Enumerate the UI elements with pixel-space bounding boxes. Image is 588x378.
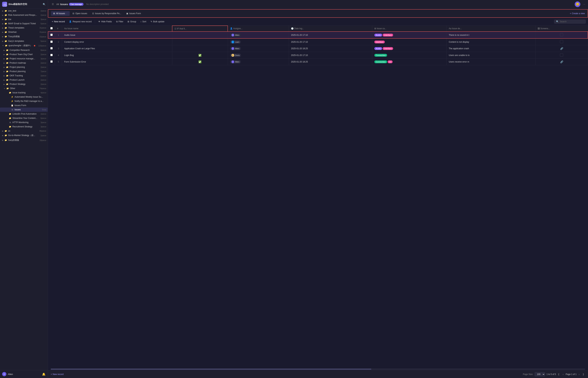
expand-arrow-haoyide[interactable]: ▶ xyxy=(2,139,3,141)
expand-arrow-product-strategy[interactable]: ▶ xyxy=(3,83,5,85)
th-category[interactable]: ⊞ Issue ca... xyxy=(372,26,447,31)
th-checkbox[interactable] xyxy=(48,26,55,31)
sidebar-item-notify-rd[interactable]: ⚡ Notify the R&D manager to a... xyxy=(0,99,48,103)
sidebar-item-tracy[interactable]: ▶ 📁 Tracy的模板 15piece xyxy=(0,34,48,39)
row-checkbox-cell[interactable] xyxy=(48,45,55,52)
expand-arrow-lzw[interactable]: ▶ xyxy=(2,18,3,20)
expand-arrow-okr[interactable]: ▶ xyxy=(3,75,5,77)
sidebar-item-haoyide[interactable]: ▶ 📁 haoy的模板 18piece xyxy=(0,138,48,143)
row-checkbox[interactable] xyxy=(50,47,53,49)
row-category[interactable]: Interface xyxy=(372,39,447,45)
row-if-field[interactable] xyxy=(172,31,228,39)
prev-page-button[interactable]: ‹ xyxy=(561,373,565,376)
next-page-button[interactable]: › xyxy=(577,373,581,376)
request-new-record-button[interactable]: 👤 Request new record xyxy=(67,19,93,24)
notification-bell[interactable]: 🔔 xyxy=(42,373,45,376)
row-if-field[interactable]: ✅ xyxy=(172,59,228,65)
row-screen[interactable] xyxy=(535,52,588,59)
row-checkbox-cell[interactable] xyxy=(48,39,55,45)
row-screen[interactable] xyxy=(535,31,588,39)
th-if-field[interactable]: ☑ IF that fi... xyxy=(172,26,228,31)
expand-arrow-thea[interactable]: ▶ xyxy=(2,27,3,29)
select-all-checkbox[interactable] xyxy=(50,27,53,29)
sidebar-item-zoe_test[interactable]: ▶ 📁 zoe_test 2piece xyxy=(0,9,48,13)
sort-button[interactable]: ↕ Sort xyxy=(139,19,148,24)
search-box[interactable]: 🔍 Search xyxy=(554,19,586,24)
row-issue-name[interactable]: Content display error xyxy=(62,39,172,45)
th-date[interactable]: 🕐 Date log... xyxy=(289,26,372,31)
sidebar-item-thea[interactable]: ▶ 📁 Thea's templates 31piece xyxy=(0,26,48,30)
tab-dots[interactable]: ··· xyxy=(66,13,68,14)
expand-arrow-competitor[interactable]: ▶ xyxy=(3,49,5,51)
expand-arrow-product-team[interactable]: ▶ xyxy=(3,54,5,55)
table-row[interactable]: 1 Audio Issue A Allen 2025-01-20 17:10 A… xyxy=(48,31,588,39)
hide-fields-button[interactable]: 👁 Hide Fields xyxy=(97,19,114,24)
sidebar-item-issue-tracking[interactable]: 📁 Issue tracking 4piece xyxy=(0,91,48,95)
horizontal-scrollbar[interactable] xyxy=(48,368,588,370)
expand-arrow-tracy[interactable]: ▶ xyxy=(2,36,3,38)
sidebar-item-project-plan[interactable]: ▶ 📁 Project planning 2piece xyxy=(0,65,48,69)
expand-arrow-product-plan[interactable]: ▶ xyxy=(3,70,5,72)
row-if-field[interactable]: ✅ xyxy=(172,52,228,59)
sidebar-item-other[interactable]: ▼ 📁 Other 74piece xyxy=(0,86,48,91)
last-page-button[interactable]: ⟫ xyxy=(582,373,585,376)
sidebar-item-http-monitoring[interactable]: ⊞ HTTP Monitoring 3piece xyxy=(0,120,48,124)
tab-issues-form[interactable]: ▣ Issues Form xyxy=(124,11,143,16)
sidebar-item-zx[interactable]: ▶ 📁 zx 86piece xyxy=(0,129,48,133)
sidebar-item-competitor[interactable]: ▶ 📁 Competitor Research 8piece xyxy=(0,48,48,52)
row-checkbox-cell[interactable] xyxy=(48,59,55,65)
row-issue-name[interactable]: Audio Issue xyxy=(62,31,172,39)
expand-arrow-project-plan[interactable]: ▶ xyxy=(3,66,5,68)
row-checkbox[interactable] xyxy=(50,34,53,36)
th-description[interactable]: Aa Issue de... xyxy=(446,26,535,31)
sidebar-item-issues[interactable]: ⊞ Issues 5row xyxy=(0,108,48,112)
expand-arrow-go-to-market[interactable]: ▶ xyxy=(2,135,3,136)
th-assignee[interactable]: 👤 Assigne... xyxy=(228,26,289,31)
sidebar-item-product-launch[interactable]: ▶ 📁 Product Launch 2piece xyxy=(0,78,48,82)
row-checkbox-cell[interactable] xyxy=(48,31,55,39)
expand-arrow-sheehan[interactable]: ▶ xyxy=(2,31,3,33)
table-row[interactable]: 2 Content display error L Liam 2025-01-2… xyxy=(48,39,588,45)
row-category[interactable]: ConnectionInt xyxy=(372,59,447,65)
expand-arrow-product-launch[interactable]: ▶ xyxy=(3,79,5,81)
filter-button[interactable]: ⧉ Filter xyxy=(114,19,125,24)
th-screens[interactable]: 🖼 Screens... xyxy=(535,26,588,31)
new-record-button[interactable]: + New record xyxy=(50,19,67,24)
sidebar-search-icon[interactable]: 🔍 xyxy=(43,3,45,6)
expand-arrow-imap[interactable]: ▶ xyxy=(2,23,3,25)
tab-open-issues[interactable]: ⊟ Open issues xyxy=(70,11,89,16)
sidebar-item-project-res[interactable]: ▶ 📁 Project resource manage... 3piece xyxy=(0,56,48,61)
group-button[interactable]: ⊞ Group xyxy=(126,19,138,24)
row-checkbox[interactable] xyxy=(50,60,53,63)
row-assignee[interactable]: A Allen xyxy=(228,45,289,52)
first-page-button[interactable]: ⟪ xyxy=(557,373,560,376)
row-category[interactable]: Connection xyxy=(372,52,447,59)
row-checkbox[interactable] xyxy=(50,40,53,43)
row-if-field[interactable] xyxy=(172,45,228,52)
create-view-button[interactable]: + Create a view xyxy=(570,12,585,15)
sidebar-item-product-road[interactable]: ▶ 📁 Product roadmap 2piece xyxy=(0,61,48,65)
sidebar-item-lzw[interactable]: ▶ 📁 lzw 3piece xyxy=(0,17,48,21)
table-row[interactable]: 4 Login Bug ✅ D Doris 2025-01-20 17:10 C… xyxy=(48,52,588,59)
tab-issues-by-resp[interactable]: ⊡ Issues by Responsible Pe... xyxy=(90,11,123,16)
row-category[interactable]: AudioInterface xyxy=(372,31,447,39)
page-size-select[interactable]: 100 50 25 xyxy=(535,372,545,377)
row-checkbox-cell[interactable] xyxy=(48,52,55,59)
expand-arrow-zoe_test[interactable]: ▶ xyxy=(2,10,3,12)
sidebar-item-recruitment[interactable]: 📁 Recruitment Strategy 3piece xyxy=(0,124,48,129)
expand-arrow-quanzhenghe[interactable]: ▼ xyxy=(2,45,4,47)
expand-arrow-zx[interactable]: ▶ xyxy=(2,130,3,132)
sidebar-item-product-strategy[interactable]: ▶ 📁 Product Strategy 2piece xyxy=(0,82,48,86)
table-row[interactable]: 3 Application Crash on Large Files A All… xyxy=(48,45,588,52)
table-row[interactable]: 5 Form Submission Error ✅ A Allen 2025-0… xyxy=(48,59,588,65)
expand-arrow-risk[interactable]: ▶ xyxy=(2,14,3,16)
sidebar-item-go-to-market[interactable]: ▶ 📁 Go-to-Market Strategy（搭... 2piece xyxy=(0,133,48,138)
hamburger-icon[interactable]: ☰ xyxy=(51,2,55,6)
row-checkbox[interactable] xyxy=(50,54,53,56)
row-category[interactable]: AudioInterface xyxy=(372,45,447,52)
sidebar-item-streamline[interactable]: 📁 Streamline Your Content... 6piece xyxy=(0,116,48,120)
sidebar-item-automated-weekly[interactable]: ⚡ Automated Weekly Issue Su... xyxy=(0,95,48,99)
sidebar-item-quanzhenghe[interactable]: ▼ 📁 quanzhenghe（搭建中） 133piece xyxy=(0,43,48,48)
row-assignee[interactable]: D Doris xyxy=(228,52,289,59)
expand-arrow-gary[interactable]: ▶ xyxy=(2,40,3,42)
